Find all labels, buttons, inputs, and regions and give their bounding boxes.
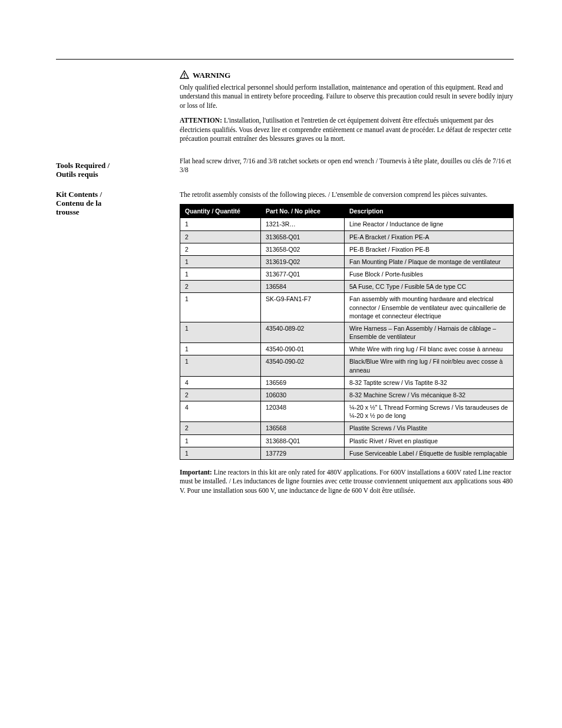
cell-qty: 1 xyxy=(180,218,261,230)
cell-part: 313658-Q02 xyxy=(261,243,345,255)
cell-desc: Wire Harness – Fan Assembly / Harnais de… xyxy=(345,322,514,342)
important-note: Important: Line reactors in this kit are… xyxy=(180,468,514,496)
tools-label: Tools Required / Outils requis xyxy=(56,162,180,179)
cell-part: 43540-089-02 xyxy=(261,322,345,342)
cell-desc: Black/Blue Wire with ring lug / Fil noir… xyxy=(345,355,514,376)
table-header-row: Quantity / Quantité Part No. / No pièce … xyxy=(180,205,514,218)
page-top-rule xyxy=(56,59,514,60)
cell-qty: 1 xyxy=(180,355,261,376)
table-row: 21365845A Fuse, CC Type / Fusible 5A de … xyxy=(180,281,514,293)
cell-part: 43540-090-02 xyxy=(261,355,345,376)
table-row: 143540-090-02Black/Blue Wire with ring l… xyxy=(180,355,514,376)
kit-label-line3: trousse xyxy=(56,208,173,217)
cell-part: 313658-Q01 xyxy=(261,230,345,243)
table-row: 1137729Fuse Serviceable Label / Étiquett… xyxy=(180,447,514,459)
cell-desc: Plastite Screws / Vis Plastite xyxy=(345,422,514,434)
table-row: 1313619-Q02Fan Mounting Plate / Plaque d… xyxy=(180,255,514,268)
table-row: 1313688-Q01Plastic Rivet / Rivet en plas… xyxy=(180,434,514,447)
tools-label-line2: Outils requis xyxy=(56,170,173,179)
th-qty: Quantity / Quantité xyxy=(180,205,261,218)
kit-intro: The retrofit assembly consists of the fo… xyxy=(180,190,514,200)
cell-part: 1321-3R… xyxy=(261,218,345,230)
warning-label: WARNING xyxy=(193,70,230,81)
th-desc: Description xyxy=(345,205,514,218)
cell-desc: PE-A Bracket / Fixation PE-A xyxy=(345,230,514,243)
kit-label: Kit Contents / Contenu de la trousse xyxy=(56,190,180,217)
cell-desc: Fan Mounting Plate / Plaque de montage d… xyxy=(345,255,514,268)
important-label: Important: xyxy=(180,469,212,476)
cell-qty: 4 xyxy=(180,401,261,422)
cell-part: 136569 xyxy=(261,376,345,388)
warning-text-fr: L'installation, l'utilisation et l'entre… xyxy=(180,117,511,142)
warning-text-en: Only qualified electrical personnel shou… xyxy=(180,83,514,111)
table-row: 2136568Plastite Screws / Vis Plastite xyxy=(180,422,514,434)
kit-label-line1: Kit Contents / xyxy=(56,190,173,199)
table-row: 2313658-Q02PE-B Bracket / Fixation PE-B xyxy=(180,243,514,255)
cell-qty: 1 xyxy=(180,322,261,342)
cell-desc: PE-B Bracket / Fixation PE-B xyxy=(345,243,514,255)
cell-part: 136568 xyxy=(261,422,345,434)
cell-part: 43540-090-01 xyxy=(261,343,345,355)
cell-qty: 1 xyxy=(180,255,261,268)
cell-desc: Plastic Rivet / Rivet en plastique xyxy=(345,434,514,447)
cell-desc: 5A Fuse, CC Type / Fusible 5A de type CC xyxy=(345,281,514,293)
cell-qty: 1 xyxy=(180,434,261,447)
cell-desc: Fuse Block / Porte-fusibles xyxy=(345,268,514,281)
cell-qty: 2 xyxy=(180,388,261,401)
table-row: 2313658-Q01PE-A Bracket / Fixation PE-A xyxy=(180,230,514,243)
tools-label-line1: Tools Required / xyxy=(56,162,173,170)
svg-point-1 xyxy=(184,77,185,78)
cell-qty: 2 xyxy=(180,281,261,293)
warning-triangle-icon xyxy=(180,70,189,79)
cell-desc: Fan assembly with mounting hardware and … xyxy=(345,293,514,322)
cell-desc: Fuse Serviceable Label / Étiquette de fu… xyxy=(345,447,514,459)
table-row: 143540-089-02Wire Harness – Fan Assembly… xyxy=(180,322,514,342)
table-row: 1SK-G9-FAN1-F7Fan assembly with mounting… xyxy=(180,293,514,322)
tools-block: Flat head screw driver, 7/16 and 3/8 rat… xyxy=(180,157,514,175)
cell-qty: 4 xyxy=(180,376,261,388)
cell-desc: White Wire with ring lug / Fil blanc ave… xyxy=(345,343,514,355)
cell-desc: ¼-20 x ½" L Thread Forming Screws / Vis … xyxy=(345,401,514,422)
cell-desc: Line Reactor / Inductance de ligne xyxy=(345,218,514,230)
cell-qty: 1 xyxy=(180,293,261,322)
table-row: 1313677-Q01Fuse Block / Porte-fusibles xyxy=(180,268,514,281)
important-text: Line reactors in this kit are only rated… xyxy=(180,469,513,494)
cell-part: SK-G9-FAN1-F7 xyxy=(261,293,345,322)
table-row: 21060308-32 Machine Screw / Vis mécaniqu… xyxy=(180,388,514,401)
parts-table-body: 11321-3R…Line Reactor / Inductance de li… xyxy=(180,218,514,460)
cell-part: 106030 xyxy=(261,388,345,401)
cell-qty: 1 xyxy=(180,447,261,459)
table-row: 11321-3R…Line Reactor / Inductance de li… xyxy=(180,218,514,230)
cell-qty: 1 xyxy=(180,268,261,281)
cell-part: 313688-Q01 xyxy=(261,434,345,447)
cell-part: 136584 xyxy=(261,281,345,293)
warning-left-empty xyxy=(56,70,180,71)
parts-table: Quantity / Quantité Part No. / No pièce … xyxy=(180,204,514,460)
cell-part: 137729 xyxy=(261,447,345,459)
cell-desc: 8-32 Taptite screw / Vis Taptite 8-32 xyxy=(345,376,514,388)
table-row: 143540-090-01White Wire with ring lug / … xyxy=(180,343,514,355)
warning-block: WARNING Only qualified electrical person… xyxy=(180,70,514,144)
th-part: Part No. / No pièce xyxy=(261,205,345,218)
cell-desc: 8-32 Machine Screw / Vis mécanique 8-32 xyxy=(345,388,514,401)
warning-label-fr: ATTENTION: xyxy=(180,117,222,124)
cell-part: 313619-Q02 xyxy=(261,255,345,268)
cell-part: 120348 xyxy=(261,401,345,422)
kit-label-line2: Contenu de la xyxy=(56,199,173,208)
cell-qty: 1 xyxy=(180,343,261,355)
warning-fr: ATTENTION: L'installation, l'utilisation… xyxy=(180,116,514,144)
table-row: 41365698-32 Taptite screw / Vis Taptite … xyxy=(180,376,514,388)
cell-qty: 2 xyxy=(180,230,261,243)
tools-text: Flat head screw driver, 7/16 and 3/8 rat… xyxy=(180,157,514,175)
table-row: 4120348¼-20 x ½" L Thread Forming Screws… xyxy=(180,401,514,422)
cell-qty: 2 xyxy=(180,422,261,434)
cell-qty: 2 xyxy=(180,243,261,255)
warning-heading: WARNING xyxy=(180,70,514,81)
kit-block: The retrofit assembly consists of the fo… xyxy=(180,190,514,496)
cell-part: 313677-Q01 xyxy=(261,268,345,281)
